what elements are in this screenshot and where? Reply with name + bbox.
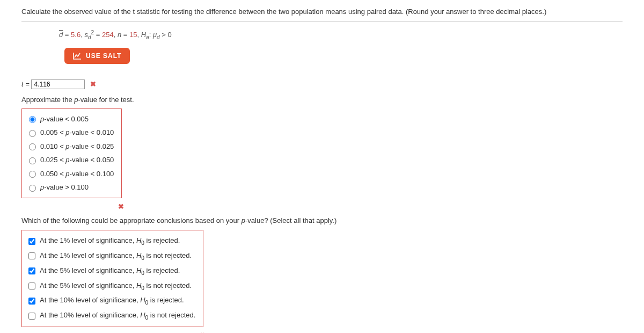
t-input[interactable] — [31, 79, 85, 89]
conclusion-label: At the 10% level of significance, H0 is … — [40, 295, 184, 307]
n-label: n — [118, 31, 121, 39]
given-values: d = 5.6, sd2 = 254, n = 15, Ha: μd > 0 — [59, 28, 623, 41]
hyp-h: H — [141, 31, 146, 39]
s-value: 254 — [102, 31, 114, 39]
conclusion-row[interactable]: At the 1% level of significance, H0 is r… — [25, 234, 196, 249]
s-sup: 2 — [91, 30, 94, 35]
salt-label: USE SALT — [86, 52, 121, 60]
p-value-options: p-value < 0.0050.005 < p-value < 0.0100.… — [21, 108, 122, 198]
conclusion-checkbox[interactable] — [28, 313, 35, 320]
conclusion-checkbox[interactable] — [28, 252, 35, 259]
p-option-row[interactable]: p-value < 0.005 — [25, 112, 115, 126]
p-option-row[interactable]: 0.025 < p-value < 0.050 — [25, 153, 115, 167]
d-bar-value: 5.6 — [71, 31, 80, 39]
divider — [21, 21, 623, 22]
p-option-label: 0.010 < p-value < 0.025 — [40, 141, 114, 152]
conclusion-row[interactable]: At the 5% level of significance, H0 is r… — [25, 264, 196, 279]
conclusion-checkbox[interactable] — [28, 298, 35, 305]
conclusion-row[interactable]: At the 10% level of significance, H0 is … — [25, 308, 196, 323]
mu: μ — [153, 31, 157, 39]
t-label: t = — [21, 80, 30, 88]
p-option-row[interactable]: 0.010 < p-value < 0.025 — [25, 140, 115, 154]
question-prompt: Calculate the observed value of the t st… — [21, 6, 623, 17]
conclusion-row[interactable]: At the 1% level of significance, H0 is n… — [25, 249, 196, 264]
p-option-radio[interactable] — [29, 143, 36, 150]
conclusion-label: At the 5% level of significance, H0 is r… — [40, 265, 180, 277]
conclusion-options: At the 1% level of significance, H0 is r… — [21, 230, 203, 327]
incorrect-icon: ✖ — [200, 330, 206, 333]
p-option-radio[interactable] — [29, 171, 36, 178]
gt0: > 0 — [162, 31, 171, 39]
conclusion-checkbox[interactable] — [28, 238, 35, 245]
p-option-label: p-value < 0.005 — [40, 114, 89, 125]
p-option-row[interactable]: 0.005 < p-value < 0.010 — [25, 126, 115, 140]
p-option-radio[interactable] — [29, 157, 36, 164]
p-option-label: p-value > 0.100 — [40, 182, 89, 193]
chart-icon — [73, 52, 82, 60]
p-option-row[interactable]: p-value > 0.100 — [25, 180, 115, 194]
conclusion-label: At the 1% level of significance, H0 is n… — [40, 250, 192, 262]
conclusion-checkbox[interactable] — [28, 267, 35, 274]
use-salt-button[interactable]: USE SALT — [64, 48, 130, 64]
approx-label: Approximate the p-value for the test. — [21, 95, 623, 105]
incorrect-icon: ✖ — [90, 79, 96, 90]
conclusion-label: At the 1% level of significance, H0 is r… — [40, 235, 180, 247]
p-option-radio[interactable] — [29, 185, 36, 192]
conclusion-prompt: Which of the following could be appropri… — [21, 215, 623, 226]
incorrect-icon: ✖ — [118, 201, 124, 212]
p-option-label: 0.050 < p-value < 0.100 — [40, 169, 114, 179]
hyp-sub-a: a — [146, 34, 149, 40]
conclusion-checkbox[interactable] — [28, 283, 35, 289]
conclusion-label: At the 5% level of significance, H0 is n… — [40, 280, 192, 292]
conclusion-label: At the 10% level of significance, H0 is … — [40, 310, 195, 322]
d-bar-label: d — [59, 31, 63, 39]
n-value: 15 — [129, 31, 137, 39]
t-answer-row: t = ✖ — [21, 79, 623, 90]
conclusion-row[interactable]: At the 10% level of significance, H0 is … — [25, 293, 196, 308]
prompt-text: Calculate the observed value of the t st… — [21, 8, 546, 16]
conclusion-row[interactable]: At the 5% level of significance, H0 is n… — [25, 279, 196, 294]
p-option-label: 0.025 < p-value < 0.050 — [40, 155, 114, 165]
p-option-radio[interactable] — [29, 116, 36, 123]
p-option-label: 0.005 < p-value < 0.010 — [40, 127, 114, 138]
p-option-radio[interactable] — [29, 130, 36, 137]
mu-sub: d — [157, 34, 160, 40]
p-option-row[interactable]: 0.050 < p-value < 0.100 — [25, 167, 115, 181]
